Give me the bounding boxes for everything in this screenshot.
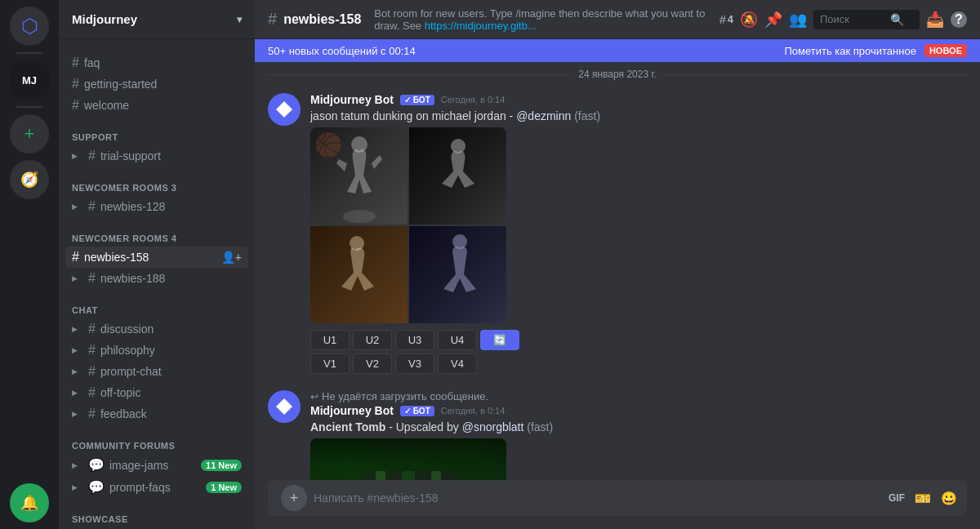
members-button[interactable]: 👥 (789, 11, 807, 29)
channel-label: newbies-128 (100, 200, 165, 213)
pin-button[interactable]: 📌 (764, 11, 782, 29)
bot-name: Midjourney Bot (310, 93, 394, 106)
discord-home-button[interactable]: ⬡ (10, 7, 49, 46)
channel-item-prompt-faqs[interactable]: ▶ 💬 prompt-faqs 1 New (65, 476, 248, 498)
hash-icon: # (88, 322, 96, 336)
image-3 (310, 226, 408, 323)
channel-item-trial-support[interactable]: ▶ # trial-support (65, 145, 248, 167)
messages-area: 24 января 2023 г. Midjourney Bot ✓ БОТ С… (255, 62, 980, 480)
upscale-4-button[interactable]: U4 (438, 330, 477, 350)
channel-label: prompt-chat (100, 365, 162, 378)
server-name: Midjourney (72, 12, 137, 26)
collapse-arrow-icon: ▶ (72, 461, 82, 469)
icon-rail: ⬡ MJ + 🧭 🔔 (0, 0, 59, 529)
collapse-arrow-icon: ▶ (72, 367, 82, 376)
hash-icon: # (72, 98, 79, 113)
mark-read-button[interactable]: Пометить как прочитанное НОВОЕ (784, 44, 967, 57)
channel-item-newbies-128[interactable]: ▶ # newbies-128 (65, 196, 248, 217)
svg-point-4 (452, 234, 467, 249)
hash-icon: # (88, 199, 96, 214)
channel-item-prompt-chat[interactable]: ▶ # prompt-chat (65, 361, 248, 382)
variation-2-button[interactable]: V2 (353, 353, 392, 374)
channel-item-philosophy[interactable]: ▶ # philosophy (65, 340, 248, 361)
channel-label: welcome (84, 99, 129, 112)
emoji-button[interactable]: 😀 (938, 487, 960, 509)
ancient-tomb-image (310, 438, 506, 480)
svg-point-1 (351, 136, 368, 153)
server-header[interactable]: Midjourney ▾ (59, 0, 255, 39)
channel-item-getting-started[interactable]: # getting-started (65, 73, 248, 95)
channel-item-feedback[interactable]: ▶ # feedback (65, 403, 248, 425)
inbox-button[interactable]: 📥 (926, 11, 944, 29)
add-attachment-button[interactable]: + (281, 485, 307, 511)
explore-servers-button[interactable]: 🧭 (10, 160, 49, 199)
pin-icon: 📌 (764, 11, 782, 29)
help-button[interactable]: ? (951, 11, 967, 28)
image-4 (409, 226, 506, 323)
channel-item-welcome[interactable]: # welcome (65, 95, 248, 116)
hash-icon: # (72, 250, 79, 264)
sticker-button[interactable]: 🎫 (911, 487, 934, 509)
add-member-icon[interactable]: 👤+ (221, 251, 242, 264)
collapse-arrow-icon: ▶ (72, 483, 82, 491)
bot-name-2: Midjourney Bot (310, 404, 394, 417)
channel-item-discussion[interactable]: ▶ # discussion (65, 318, 248, 340)
hash-icon: # (88, 271, 96, 286)
upscale-1-button[interactable]: U1 (310, 330, 350, 350)
variation-4-button[interactable]: V4 (438, 353, 477, 374)
verified-badge-2: ✓ БОТ (400, 406, 434, 416)
refresh-button[interactable]: 🔄 (480, 330, 519, 350)
forum-icon: 💬 (88, 479, 105, 495)
community-section: COMMUNITY FORUMS ▶ 💬 image-jams 11 New ▶… (59, 428, 255, 501)
forum-icon: 💬 (88, 457, 105, 473)
new-label-badge: НОВОЕ (924, 44, 967, 57)
rail-divider-2 (16, 106, 42, 108)
message-content-2: ↩ Не удаётся загрузить сообщение. Midjou… (310, 390, 967, 480)
channel-item-off-topic[interactable]: ▶ # off-topic (65, 382, 248, 403)
upscale-3-button[interactable]: U3 (395, 330, 434, 350)
channel-link[interactable]: https://midjourney.gitb... (425, 20, 537, 32)
speed-tag: (fast) (574, 109, 600, 122)
collapse-arrow-icon: ▶ (72, 274, 82, 282)
hash-icon: # (88, 149, 96, 163)
notifications-button[interactable]: 🔔 (10, 483, 49, 522)
channel-label: discussion (100, 322, 154, 336)
newcomer3-section: NEWCOMER ROOMS 3 ▶ # newbies-128 (59, 170, 255, 220)
variation-1-button[interactable]: V1 (310, 353, 350, 374)
variation-3-button[interactable]: V3 (395, 353, 434, 374)
channel-label: image-jams (109, 459, 168, 472)
channel-item-image-jams[interactable]: ▶ 💬 image-jams 11 New (65, 454, 248, 476)
hash-icon: # (88, 364, 96, 379)
channel-item-newbies-158[interactable]: # newbies-158 👤+ (65, 247, 248, 268)
gif-button[interactable]: GIF (885, 489, 908, 507)
midjourney-server-icon: MJ (10, 60, 49, 100)
collapse-arrow-icon: ▶ (72, 152, 82, 160)
channel-label: off-topic (100, 386, 141, 399)
date-text: 24 января 2023 г. (578, 69, 656, 80)
upscale-2-button[interactable]: U2 (353, 330, 392, 350)
search-input[interactable] (820, 13, 885, 25)
message-timestamp: Сегодня, в 0:14 (441, 95, 506, 104)
collapse-arrow-icon: ▶ (72, 325, 82, 333)
add-server-button[interactable]: + (10, 114, 49, 153)
hash-icon: # (72, 77, 79, 91)
search-box[interactable]: 🔍 (813, 10, 920, 29)
channel-item-faq[interactable]: # faq (65, 52, 248, 73)
hash-icon: # (88, 407, 96, 421)
people-icon: 👥 (789, 11, 807, 29)
basic-channels-section: # faq # getting-started # welcome (59, 39, 255, 119)
message-input[interactable] (314, 491, 879, 505)
hashtag-icon: # (719, 13, 726, 26)
svg-point-0 (343, 210, 376, 223)
channel-item-newbies-188[interactable]: ▶ # newbies-188 (65, 268, 248, 289)
message-text-2: Ancient Tomb - Upscaled by @snorgblatt (… (310, 420, 967, 433)
bot-avatar (268, 93, 301, 126)
channel-name: newbies-158 (283, 12, 361, 27)
message-timestamp-2: Сегодня, в 0:14 (441, 406, 506, 416)
message-2: ↩ Не удаётся загрузить сообщение. Midjou… (255, 384, 980, 480)
notifications-bell-button[interactable]: 🔕 (740, 11, 758, 29)
message-header: Midjourney Bot ✓ БОТ Сегодня, в 0:14 (310, 93, 967, 106)
midjourney-server-button[interactable]: MJ (10, 60, 49, 100)
gif-icon: GIF (889, 492, 905, 504)
new-messages-text: 50+ новых сообщений с 00:14 (268, 45, 416, 57)
